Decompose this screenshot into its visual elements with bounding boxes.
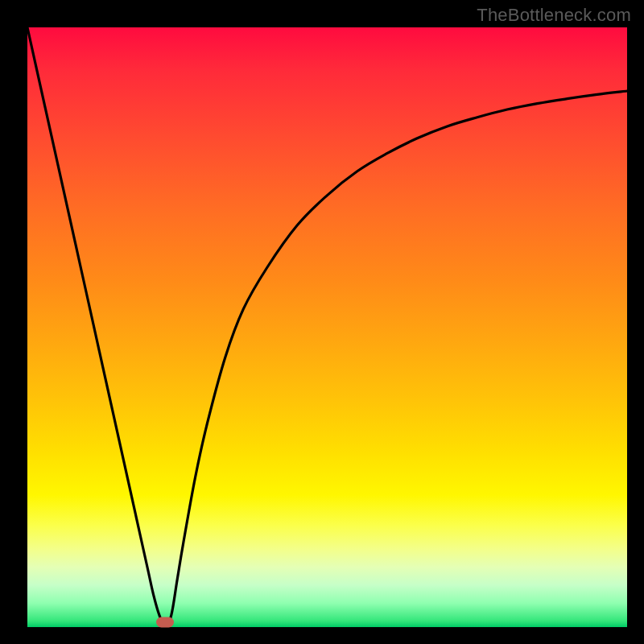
watermark-text: TheBottleneck.com [477, 5, 631, 26]
chart-frame: TheBottleneck.com [0, 0, 644, 644]
plot-area [27, 27, 627, 627]
curve-line [27, 27, 627, 627]
minimum-marker [156, 617, 174, 628]
